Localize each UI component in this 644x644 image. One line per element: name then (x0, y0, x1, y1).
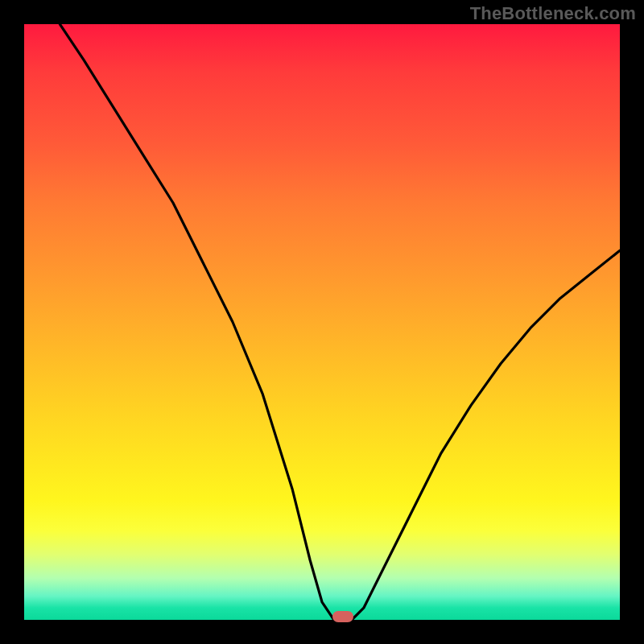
bottleneck-curve (24, 24, 620, 620)
watermark-text: TheBottleneck.com (470, 3, 636, 24)
plot-area (24, 24, 620, 620)
chart-frame: TheBottleneck.com (0, 0, 644, 644)
curve-path (60, 24, 620, 620)
optimal-marker (332, 611, 353, 622)
